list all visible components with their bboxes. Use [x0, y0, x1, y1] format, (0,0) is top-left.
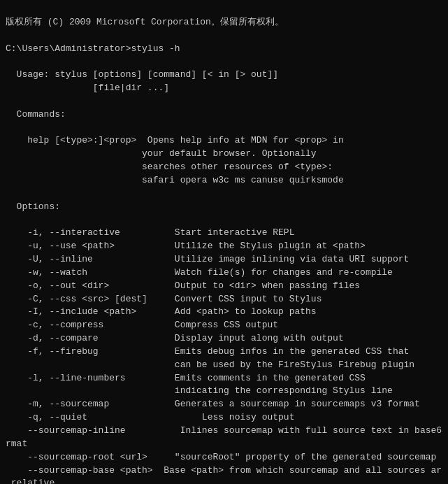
terminal-line: searches other resources of <type>: [6, 161, 442, 174]
terminal-line: -i, --interactive Start interactive REPL [6, 227, 442, 240]
terminal-line [6, 122, 442, 135]
terminal-line: rmat [6, 438, 442, 451]
terminal-line [6, 29, 442, 43]
terminal-line: 版权所有 (C) 2009 Microsoft Corporation。保留所有… [6, 16, 442, 29]
terminal-line: [file|dir ...] [6, 82, 442, 95]
terminal-line [6, 214, 442, 227]
terminal-line: Options: [6, 201, 442, 214]
terminal-window: 版权所有 (C) 2009 Microsoft Corporation。保留所有… [6, 3, 442, 484]
terminal-line: Commands: [6, 108, 442, 122]
terminal-line: -m, --sourcemap Generates a sourcemap in… [6, 398, 442, 411]
terminal-line: -u, --use <path> Utilize the Stylus plug… [6, 240, 442, 253]
terminal-line: safari opera w3c ms canuse quirksmode [6, 174, 442, 187]
terminal-line: --sourcemap-base <path> Base <path> from… [6, 464, 442, 478]
terminal-line: -f, --firebug Emits debug infos in the g… [6, 346, 442, 359]
terminal-line: can be used by the FireStylus Firebug pl… [6, 359, 442, 372]
terminal-line: --sourcemap-inline Inlines sourcemap wit… [6, 425, 442, 438]
terminal-line [6, 187, 442, 201]
terminal-line: --sourcemap-root <url> "sourceRoot" prop… [6, 451, 442, 464]
terminal-line: -c, --compress Compress CSS output [6, 319, 442, 332]
terminal-line [6, 95, 442, 108]
terminal-line: help [<type>:]<prop> Opens help info at … [6, 134, 442, 148]
terminal-line: -d, --compare Display input along with o… [6, 332, 442, 346]
terminal-line: your default browser. Optionally [6, 148, 442, 161]
terminal-line: -I, --include <path> Add <path> to looku… [6, 306, 442, 319]
terminal-line: -C, --css <src> [dest] Convert CSS input… [6, 293, 442, 306]
terminal-line: C:\Users\Administrator>stylus -h [6, 43, 442, 56]
terminal-line: relative [6, 477, 442, 484]
terminal-line: indicating the corresponding Stylus line [6, 385, 442, 398]
terminal-line: -o, --out <dir> Output to <dir> when pas… [6, 280, 442, 293]
terminal-line: -U, --inline Utilize image inlining via … [6, 253, 442, 266]
terminal-line [6, 55, 442, 69]
terminal-line: -q, --quiet Less noisy output [6, 411, 442, 425]
terminal-line: -w, --watch Watch file(s) for changes an… [6, 266, 442, 280]
terminal-line: Usage: stylus [options] [command] [< in … [6, 69, 442, 82]
terminal-line: -l, --line-numbers Emits comments in the… [6, 372, 442, 385]
